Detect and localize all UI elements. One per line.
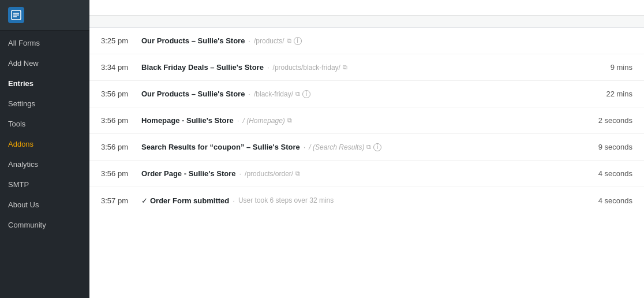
journey-duration: 4 seconds [586, 196, 632, 205]
sidebar: All FormsAdd NewEntriesSettingsToolsAddo… [0, 0, 89, 298]
journey-time: 3:25 pm [101, 36, 141, 45]
journey-duration: 22 mins [586, 90, 632, 98]
wpforms-logo-icon [8, 7, 24, 23]
page-url: / (Search Results) [309, 143, 364, 151]
sidebar-item-all-forms[interactable]: All Forms [0, 33, 89, 53]
journey-row: 3:25 pmOur Products – Sullie's Store·/pr… [89, 28, 644, 54]
dot-separator: · [233, 196, 235, 205]
journey-duration: 4 seconds [586, 169, 632, 178]
external-link-icon[interactable]: ⧉ [343, 64, 347, 71]
journey-row: 3:56 pmOur Products – Sullie's Store·/bl… [89, 81, 644, 107]
external-link-icon[interactable]: ⧉ [366, 143, 371, 151]
journey-page: Our Products – Sullie's Store·/products/… [141, 36, 586, 45]
main-header [89, 0, 644, 16]
external-link-icon[interactable]: ⧉ [295, 170, 300, 177]
journey-time: 3:56 pm [101, 90, 141, 98]
journey-page: Our Products – Sullie's Store·/black-fri… [141, 90, 586, 98]
journey-rows: 3:25 pmOur Products – Sullie's Store·/pr… [89, 28, 644, 214]
page-title-text: Our Products – Sullie's Store [141, 90, 245, 98]
journey-time: 3:56 pm [101, 169, 141, 178]
journey-page: Homepage - Sullie's Store·/ (Homepage)⧉ [141, 116, 586, 125]
sidebar-item-analytics[interactable]: Analytics [0, 154, 89, 174]
sidebar-item-add-new[interactable]: Add New [0, 53, 89, 73]
info-icon[interactable]: i [302, 90, 310, 98]
content-area: 3:25 pmOur Products – Sullie's Store·/pr… [89, 16, 644, 298]
journey-page: Order Page - Sullie's Store·/products/or… [141, 169, 586, 178]
journey-row: 3:57 pm✓Order Form submitted·User took 6… [89, 187, 644, 214]
journey-time: 3:57 pm [101, 196, 141, 205]
page-title-text: Homepage - Sullie's Store [141, 116, 234, 125]
page-url: /products/black-friday/ [273, 64, 340, 72]
page-url: /black-friday/ [254, 90, 293, 98]
main-content: 3:25 pmOur Products – Sullie's Store·/pr… [89, 0, 644, 298]
page-title-text: Our Products – Sullie's Store [141, 36, 245, 45]
sidebar-item-community[interactable]: Community [0, 215, 89, 235]
sidebar-item-smtp[interactable]: SMTP [0, 174, 89, 195]
submitted-sub: User took 6 steps over 32 mins [238, 196, 334, 204]
date-header [89, 16, 644, 28]
journey-time: 3:56 pm [101, 143, 141, 151]
journey-page: Search Results for “coupon” – Sullie's S… [141, 143, 586, 151]
journey-time: 3:56 pm [101, 116, 141, 125]
page-url: /products/ [254, 37, 284, 45]
sidebar-item-entries[interactable]: Entries [0, 73, 89, 94]
journey-page: Black Friday Deals – Sullie's Store·/pro… [141, 63, 586, 72]
sidebar-item-addons[interactable]: Addons [0, 134, 89, 154]
journey-duration: 9 mins [586, 63, 632, 72]
journey-row: 3:56 pmOrder Page - Sullie's Store·/prod… [89, 161, 644, 187]
page-url: / (Homepage) [242, 117, 284, 125]
journey-time: 3:34 pm [101, 63, 141, 72]
journey-page: ✓Order Form submitted·User took 6 steps … [141, 196, 586, 205]
sidebar-nav: All FormsAdd NewEntriesSettingsToolsAddo… [0, 31, 89, 235]
dot-separator: · [248, 90, 250, 98]
sidebar-item-settings[interactable]: Settings [0, 94, 89, 114]
sidebar-logo[interactable] [0, 0, 89, 31]
dot-separator: · [237, 116, 239, 125]
page-title-text: Black Friday Deals – Sullie's Store [141, 63, 264, 72]
dot-separator: · [248, 36, 250, 45]
page-title-text: Order Page - Sullie's Store [141, 169, 235, 178]
external-link-icon[interactable]: ⧉ [295, 90, 300, 98]
journey-duration: 9 seconds [586, 143, 632, 151]
checkmark-icon: ✓ [141, 196, 148, 205]
journey-duration: 2 seconds [586, 116, 632, 125]
sidebar-item-about-us[interactable]: About Us [0, 195, 89, 215]
page-url: /products/order/ [245, 170, 293, 178]
journey-row: 3:56 pmSearch Results for “coupon” – Sul… [89, 134, 644, 161]
journey-row: 3:56 pmHomepage - Sullie's Store·/ (Home… [89, 107, 644, 134]
external-link-icon[interactable]: ⧉ [287, 117, 292, 124]
dot-separator: · [239, 169, 241, 178]
dot-separator: · [304, 143, 306, 151]
external-link-icon[interactable]: ⧉ [287, 37, 291, 44]
info-icon[interactable]: i [373, 143, 381, 151]
dot-separator: · [267, 63, 269, 72]
submitted-label: Order Form submitted [150, 196, 229, 205]
journey-row: 3:34 pmBlack Friday Deals – Sullie's Sto… [89, 54, 644, 81]
page-title-text: Search Results for “coupon” – Sullie's S… [141, 143, 300, 151]
sidebar-item-tools[interactable]: Tools [0, 114, 89, 134]
info-icon[interactable]: i [294, 37, 302, 45]
